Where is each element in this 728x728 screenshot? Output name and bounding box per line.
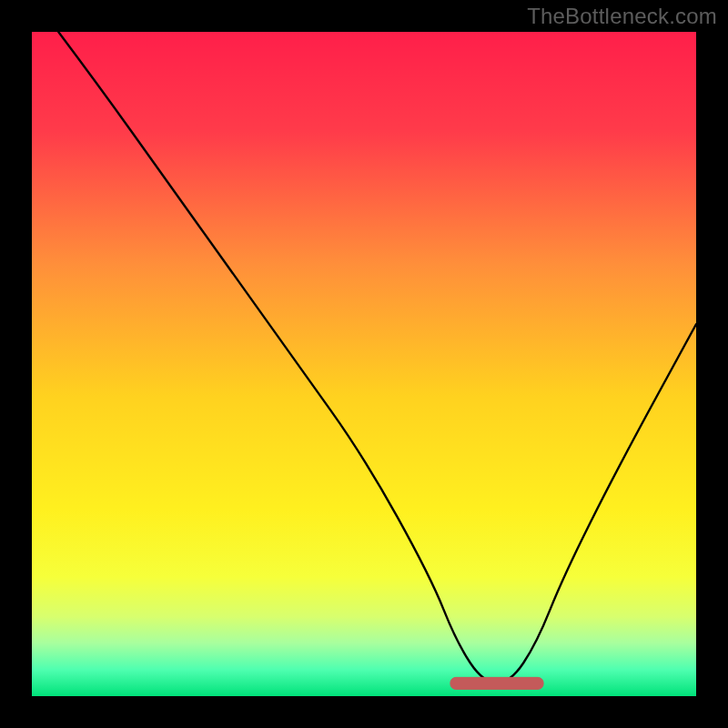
chart-frame: TheBottleneck.com <box>0 0 728 728</box>
plot-area <box>32 32 696 696</box>
svg-rect-0 <box>32 32 696 696</box>
chart-background-gradient <box>32 32 696 696</box>
watermark-text: TheBottleneck.com <box>527 4 717 29</box>
